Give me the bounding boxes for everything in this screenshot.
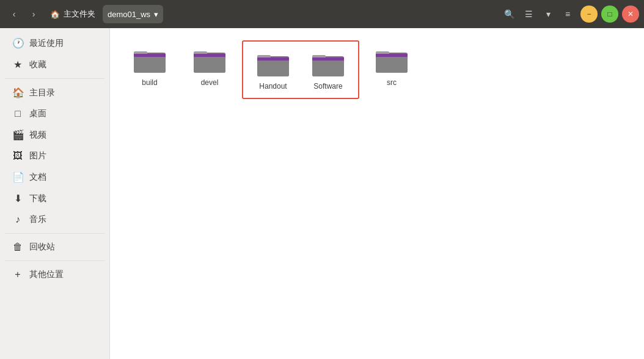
file-grid: build devel <box>122 40 632 99</box>
file-item-handout[interactable]: Handout <box>246 44 301 95</box>
sidebar-item-recent[interactable]: 🕐 最近使用 <box>2 33 107 53</box>
sidebar-item-documents[interactable]: 📄 文档 <box>2 167 107 187</box>
sidebar-label-other: 其他位置 <box>29 269 64 280</box>
recent-icon: 🕐 <box>12 37 23 49</box>
sidebar-item-pictures[interactable]: 🖼 图片 <box>2 146 107 166</box>
documents-icon: 📄 <box>12 171 23 183</box>
file-content[interactable]: build devel <box>110 28 644 359</box>
menu-button[interactable]: ≡ <box>558 5 577 23</box>
sidebar-item-desktop[interactable]: □ 桌面 <box>2 104 107 124</box>
sidebar-label-pictures: 图片 <box>29 150 46 161</box>
titlebar: ‹ › 🏠 主文件夹 demo01_ws ▾ 🔍 ☰ ▾ ≡ − □ ✕ <box>0 0 644 28</box>
file-item-build[interactable]: build <box>122 40 177 99</box>
sidebar-item-other[interactable]: + 其他位置 <box>2 265 107 284</box>
svg-rect-19 <box>376 54 408 57</box>
file-item-src[interactable]: src <box>364 40 419 99</box>
file-item-devel[interactable]: devel <box>182 40 237 99</box>
folder-icon-src <box>375 45 409 75</box>
file-name-handout: Handout <box>259 82 287 91</box>
sidebar-label-music: 音乐 <box>29 214 46 225</box>
sidebar-label-bookmarks: 收藏 <box>29 59 46 70</box>
sort-button[interactable]: ▾ <box>539 5 557 23</box>
minimize-button[interactable]: − <box>580 6 598 23</box>
close-button[interactable]: ✕ <box>622 6 639 23</box>
sidebar-label-recent: 最近使用 <box>29 38 64 49</box>
home-label: 主文件夹 <box>64 9 95 20</box>
view-button[interactable]: ☰ <box>519 5 538 23</box>
folder-icon-handout <box>256 49 290 78</box>
file-item-software[interactable]: Software <box>301 44 356 95</box>
location-pill[interactable]: demo01_ws ▾ <box>103 5 163 23</box>
sidebar-item-downloads[interactable]: ⬇ 下载 <box>2 188 107 209</box>
folder-icon-build <box>133 45 167 75</box>
downloads-icon: ⬇ <box>12 193 23 204</box>
sidebar-item-home[interactable]: 🏠 主目录 <box>2 83 107 103</box>
main-layout: 🕐 最近使用 ★ 收藏 🏠 主目录 □ 桌面 🎬 视频 🖼 图片 📄 文档 <box>0 28 644 359</box>
sidebar-item-bookmarks[interactable]: ★ 收藏 <box>2 54 107 75</box>
other-locations-icon: + <box>12 269 23 280</box>
svg-rect-3 <box>134 54 166 57</box>
svg-rect-7 <box>194 54 225 57</box>
toolbar-actions: 🔍 ☰ ▾ ≡ <box>500 5 577 23</box>
sidebar-divider-1 <box>5 78 104 79</box>
sidebar-label-desktop: 桌面 <box>29 108 46 119</box>
music-icon: ♪ <box>12 214 23 225</box>
desktop-icon: □ <box>12 108 23 119</box>
selection-box: Handout Software <box>242 40 359 99</box>
home-dir-icon: 🏠 <box>12 87 23 98</box>
sidebar-label-downloads: 下载 <box>29 193 46 204</box>
sidebar-item-trash[interactable]: 🗑 回收站 <box>2 237 107 257</box>
bookmarks-icon: ★ <box>12 59 23 70</box>
home-breadcrumb[interactable]: 🏠 主文件夹 <box>45 6 100 22</box>
sidebar-divider-2 <box>5 233 104 234</box>
sidebar-item-videos[interactable]: 🎬 视频 <box>2 125 107 145</box>
sidebar-item-music[interactable]: ♪ 音乐 <box>2 210 107 229</box>
sidebar-divider-3 <box>5 261 104 261</box>
pictures-icon: 🖼 <box>12 150 23 161</box>
back-button[interactable]: ‹ <box>5 5 23 23</box>
folder-icon-devel <box>192 45 227 75</box>
file-name-devel: devel <box>201 78 219 87</box>
svg-rect-11 <box>257 57 289 61</box>
home-icon: 🏠 <box>50 10 60 19</box>
nav-buttons: ‹ › <box>5 5 43 23</box>
forward-button[interactable]: › <box>24 5 43 23</box>
sidebar-label-videos: 视频 <box>29 130 46 141</box>
sidebar-label-documents: 文档 <box>29 172 46 183</box>
location-label: demo01_ws <box>108 10 150 19</box>
folder-icon-software <box>311 49 345 78</box>
videos-icon: 🎬 <box>12 129 23 141</box>
sidebar: 🕐 最近使用 ★ 收藏 🏠 主目录 □ 桌面 🎬 视频 🖼 图片 📄 文档 <box>0 28 110 359</box>
file-name-src: src <box>387 78 397 87</box>
file-name-software: Software <box>313 82 342 91</box>
maximize-button[interactable]: □ <box>601 6 618 23</box>
dropdown-icon: ▾ <box>154 10 158 19</box>
trash-icon: 🗑 <box>12 242 23 253</box>
sidebar-label-trash: 回收站 <box>29 242 55 253</box>
svg-rect-15 <box>312 57 344 61</box>
file-name-build: build <box>142 78 157 87</box>
search-button[interactable]: 🔍 <box>500 5 518 23</box>
sidebar-label-home: 主目录 <box>29 87 55 98</box>
